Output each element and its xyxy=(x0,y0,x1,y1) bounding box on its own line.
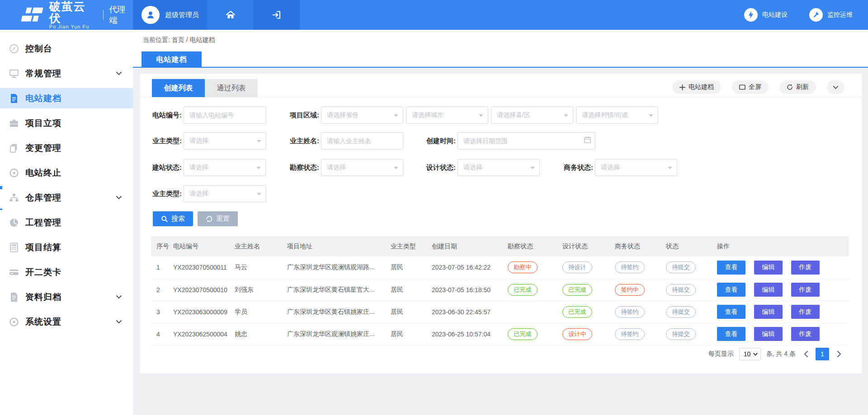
col-index: 序号 xyxy=(151,236,168,256)
void-button[interactable]: 作废 xyxy=(791,283,820,297)
search-icon xyxy=(161,215,168,223)
collapse-toolbar-button[interactable] xyxy=(827,80,844,94)
design-status-badge: 待设计 xyxy=(562,261,592,273)
monitor-icon xyxy=(9,68,19,79)
business-status-badge: 待签约 xyxy=(615,328,645,340)
view-button[interactable]: 查看 xyxy=(717,283,745,297)
table-row: 2 YX2023070500010 刘强东 广东深圳龙华区黄石镇星官大... 居… xyxy=(151,279,849,301)
sidebar-item-system-settings[interactable]: 系统设置 xyxy=(0,309,133,334)
sidebar-item-station-termination[interactable]: 电站终止 xyxy=(0,160,133,185)
region-label: 项目区域: xyxy=(288,111,319,120)
caret-down-icon xyxy=(753,353,758,356)
sidebar-item-general-mgmt[interactable]: 常规管理 xyxy=(0,61,133,86)
city-select[interactable]: 请选择城市 xyxy=(406,107,488,124)
target-icon xyxy=(9,168,19,178)
design-status-label: 设计状态: xyxy=(425,163,456,172)
chevron-left-icon xyxy=(803,350,808,358)
sidebar-item-station-filing[interactable]: 电站建档 xyxy=(0,86,133,111)
sidebar-item-project-initiation[interactable]: 项目立项 xyxy=(0,111,133,135)
sitemap-icon xyxy=(9,192,19,203)
sidebar-item-engineering-mgmt[interactable]: 工程管理 xyxy=(0,210,133,235)
owner-type-select[interactable]: 请选择 xyxy=(184,132,266,149)
copy-icon xyxy=(9,143,19,154)
chevron-down-icon xyxy=(116,295,122,299)
edit-button[interactable]: 编辑 xyxy=(754,305,783,319)
edit-button[interactable]: 编辑 xyxy=(754,261,783,275)
col-survey: 勘察状态 xyxy=(502,236,557,256)
tab-create-list[interactable]: 创建列表 xyxy=(152,79,205,97)
town-select[interactable]: 请选择村镇/街道 xyxy=(576,107,658,124)
biz-status-label: 商务状态: xyxy=(562,163,593,172)
view-button[interactable]: 查看 xyxy=(717,305,745,319)
home-button[interactable] xyxy=(208,0,253,30)
nav-label: 电站建设 xyxy=(762,11,788,19)
stations-table: 序号 电站编号 业主姓名 项目地址 业主类型 创建日期 勘察状态 设计状态 商务… xyxy=(151,236,849,345)
create-time-label: 创建时间: xyxy=(425,137,456,145)
void-button[interactable]: 作废 xyxy=(791,327,820,341)
calendar-icon xyxy=(584,136,591,144)
caret-down-icon xyxy=(564,114,568,117)
owner-name-label: 业主姓名: xyxy=(288,137,319,145)
sidebar-item-change-mgmt[interactable]: 变更管理 xyxy=(0,135,133,160)
current-user[interactable]: 超级管理员 xyxy=(133,0,208,30)
breadcrumb-home-link[interactable]: 首页 xyxy=(172,36,184,43)
logo: 破茧云伏 Po Jian Yun Fu 代理端 xyxy=(0,0,133,30)
sidebar-item-warehouse-mgmt[interactable]: 仓库管理 xyxy=(0,185,133,210)
design-status-badge: 已完成 xyxy=(562,284,592,296)
design-status-select[interactable]: 请选择 xyxy=(458,159,540,176)
biz-status-select[interactable]: 请选择 xyxy=(595,159,677,176)
next-page-button[interactable] xyxy=(835,350,844,359)
per-page-select[interactable]: 10 xyxy=(739,348,761,360)
portal-label: 代理端 xyxy=(103,4,133,26)
caret-down-icon xyxy=(257,140,261,143)
create-station-button[interactable]: 电站建档 xyxy=(672,80,721,94)
page-tab-station-filing[interactable]: 电站建档 xyxy=(142,51,202,68)
briefcase-icon xyxy=(9,118,19,129)
chevron-down-icon xyxy=(116,320,122,324)
file-icon xyxy=(9,292,19,303)
reset-button[interactable]: 重置 xyxy=(198,211,238,226)
search-button[interactable]: 搜索 xyxy=(153,211,193,226)
sidebar-item-data-archive[interactable]: 资料归档 xyxy=(0,284,133,309)
edit-button[interactable]: 编辑 xyxy=(754,283,783,297)
caret-down-icon xyxy=(394,167,398,169)
date-range-input[interactable] xyxy=(458,132,595,149)
status-badge: 待提交 xyxy=(666,284,696,296)
prev-page-button[interactable] xyxy=(801,350,810,359)
nav-label: 监控运维 xyxy=(827,11,853,19)
fullscreen-button[interactable]: 全屏 xyxy=(732,80,769,94)
survey-status-select[interactable]: 请选择 xyxy=(321,159,403,176)
page-number-button[interactable]: 1 xyxy=(816,348,829,360)
nav-station-build[interactable]: 电站建设 xyxy=(744,8,788,22)
sidebar-item-project-settlement[interactable]: 项目结算 xyxy=(0,235,133,260)
survey-status-badge: 勘察中 xyxy=(508,261,538,273)
owner-type2-select[interactable]: 请选择 xyxy=(184,185,266,202)
county-select[interactable]: 请选择县/区 xyxy=(491,107,573,124)
tab-passed-list[interactable]: 通过列表 xyxy=(205,79,258,97)
owner-name-input[interactable] xyxy=(321,132,403,149)
avatar xyxy=(142,6,160,24)
nav-monitor-ops[interactable]: 监控运维 xyxy=(809,8,853,22)
sidebar-item-open-class2-card[interactable]: 开二类卡 xyxy=(0,260,133,284)
status-badge: 待提交 xyxy=(666,306,696,318)
view-button[interactable]: 查看 xyxy=(717,261,745,275)
void-button[interactable]: 作废 xyxy=(791,305,820,319)
view-button[interactable]: 查看 xyxy=(717,327,745,341)
per-page-label: 每页显示 xyxy=(708,350,734,358)
void-button[interactable]: 作废 xyxy=(791,261,820,275)
caret-down-icon xyxy=(256,167,261,169)
breadcrumb-current: 电站建档 xyxy=(189,36,215,43)
logo-mark-icon xyxy=(20,6,43,24)
caret-down-icon xyxy=(257,193,261,196)
refresh-button[interactable]: 刷新 xyxy=(779,80,816,94)
design-status-badge: 已完成 xyxy=(562,306,592,318)
logout-button[interactable] xyxy=(253,0,300,30)
build-status-select[interactable]: 请选择 xyxy=(184,159,266,176)
station-no-input[interactable] xyxy=(184,107,266,124)
tabs-divider xyxy=(140,97,862,98)
col-actions: 操作 xyxy=(712,236,849,256)
province-select[interactable]: 请选择省份 xyxy=(321,107,403,124)
edit-button[interactable]: 编辑 xyxy=(754,327,783,341)
main-area: 当前位置: 首页 / 电站建档 电站建档 创建列表 通过列表 电站建档 全屏 xyxy=(133,30,868,415)
sidebar-item-dashboard[interactable]: 控制台 xyxy=(0,36,133,61)
